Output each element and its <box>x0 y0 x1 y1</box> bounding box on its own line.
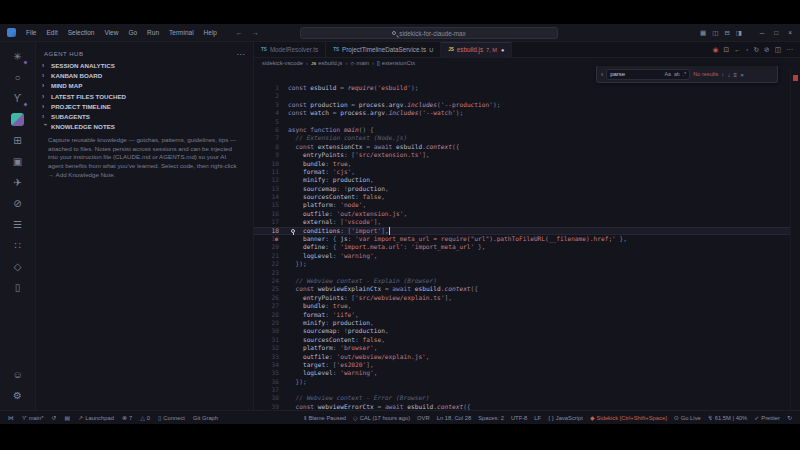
code-line[interactable]: 19 banner: { js: 'var import_meta_url = … <box>254 235 790 243</box>
code-line[interactable]: 5 <box>254 118 790 126</box>
status-git-branch[interactable]: ϒmain* <box>22 415 43 421</box>
code-line[interactable]: 28 format: 'iife', <box>254 311 790 319</box>
menu-help[interactable]: Help <box>199 29 222 36</box>
breadcrumb-item-sidekick-vscode[interactable]: sidekick-vscode <box>262 60 303 66</box>
code-line[interactable]: 11 format: 'cjs', <box>254 168 790 176</box>
whole-word-toggle[interactable]: ab <box>674 71 680 77</box>
code-line[interactable]: 36 }); <box>254 378 790 386</box>
line-number[interactable]: 31 <box>254 336 288 344</box>
code-line[interactable]: 13 sourcemap: !production, <box>254 185 790 193</box>
line-number[interactable]: 32 <box>254 344 288 352</box>
back-icon[interactable]: ← <box>734 46 741 53</box>
status-prettier[interactable]: ✓Prettier <box>754 414 780 421</box>
line-number[interactable]: 9 <box>254 151 288 159</box>
close-button[interactable]: × <box>788 29 792 36</box>
code-line[interactable]: 3const production = process.argv.include… <box>254 101 790 109</box>
line-number[interactable]: 14 <box>254 193 288 201</box>
code-line[interactable]: 4const watch = process.argv.includes('--… <box>254 109 790 117</box>
line-number[interactable]: 18 <box>254 227 288 235</box>
source-control-icon[interactable]: ϒ <box>5 88 31 109</box>
account-icon[interactable]: ☺ <box>5 364 31 385</box>
menu-view[interactable]: View <box>99 29 123 36</box>
status-overtype[interactable]: OVR <box>417 415 430 421</box>
minimize-button[interactable]: ─ <box>760 29 765 36</box>
search-icon[interactable]: ○ <box>5 67 31 88</box>
sidebar-item-latest-files-touched[interactable]: ›LATEST FILES TOUCHED <box>36 91 253 101</box>
code-line[interactable]: 26 entryPoints: ['src/webview/explain.ts… <box>254 294 790 302</box>
stack-icon[interactable]: ☰ <box>5 214 31 235</box>
status-encoding[interactable]: UTF-8 <box>511 415 527 421</box>
status-problems-errors[interactable]: ⊗7 <box>122 414 132 421</box>
menu-edit[interactable]: Edit <box>41 29 62 36</box>
find-in-selection-icon[interactable]: ≡ <box>734 71 738 78</box>
line-number[interactable]: 34 <box>254 361 288 369</box>
status-eol[interactable]: LF <box>534 415 541 421</box>
agent-hub-icon[interactable] <box>5 109 31 130</box>
find-input[interactable]: parse Aa ab .* <box>606 69 690 80</box>
line-number[interactable]: 17 <box>254 218 288 226</box>
line-number[interactable]: 12 <box>254 176 288 184</box>
code-line[interactable]: 2 <box>254 92 790 100</box>
line-number[interactable]: 3 <box>254 101 288 109</box>
status-connect[interactable]: ▯Connect <box>158 414 185 421</box>
code-line[interactable]: 7 // Extension context (Node.js) <box>254 134 790 142</box>
status-notifications[interactable]: ↻ <box>787 414 792 421</box>
claude-icon[interactable]: ✳ <box>5 46 31 67</box>
status-sidekick[interactable]: ◆Sidekick [Ctrl+Shift+Space] <box>590 414 667 421</box>
refresh-icon[interactable]: ↻ <box>753 46 759 54</box>
record-icon[interactable]: ◦ <box>746 46 748 53</box>
line-number[interactable]: 22 <box>254 260 288 268</box>
line-number[interactable]: 11 <box>254 168 288 176</box>
line-number[interactable]: 15 <box>254 201 288 209</box>
more-actions-icon[interactable]: ⋯ <box>786 46 793 54</box>
line-number[interactable]: 5 <box>254 118 288 126</box>
code-line[interactable]: 22 }); <box>254 260 790 268</box>
forward-arrow-icon[interactable]: → <box>252 29 259 36</box>
next-match-icon[interactable]: ↓ <box>727 71 730 78</box>
shield-icon[interactable]: ◇ <box>5 256 31 277</box>
status-problems-warnings[interactable]: △0 <box>140 414 150 421</box>
command-center-search[interactable]: sidekick-for-claude-max <box>300 27 558 39</box>
code-line[interactable]: 18 conditions: ['import'], <box>254 227 790 235</box>
line-number[interactable]: 27 <box>254 302 288 310</box>
code-line[interactable]: 31 sourcesContent: false, <box>254 336 790 344</box>
close-icon[interactable]: × <box>740 71 744 78</box>
code-line[interactable]: 21 logLevel: 'warning', <box>254 252 790 260</box>
code-line[interactable]: 39 const webviewErrorCtx = await esbuild… <box>254 403 790 410</box>
toggle-panel-icon[interactable]: ⊟ <box>724 29 729 37</box>
sidebar-item-kanban-board[interactable]: ›KANBAN BOARD <box>36 70 253 80</box>
slash-circle-icon[interactable]: ⊘ <box>5 193 31 214</box>
code-line[interactable]: 25 const webviewExplainCtx = await esbui… <box>254 285 790 293</box>
tab-projecttimelinedataservice.ts[interactable]: TSProjectTimelineDataService.tsU <box>326 42 441 57</box>
line-number[interactable]: 28 <box>254 311 288 319</box>
status-launchpad[interactable]: ↗Launchpad <box>78 414 114 421</box>
line-number[interactable]: 19 <box>254 235 288 243</box>
status-indentation[interactable]: Spaces: 2 <box>478 415 504 421</box>
line-number[interactable]: 21 <box>254 252 288 260</box>
split-editor-icon[interactable]: ◫ <box>775 46 781 54</box>
code-line[interactable]: 16 outfile: 'out/extension.js', <box>254 210 790 218</box>
back-arrow-icon[interactable]: ← <box>236 29 243 36</box>
line-number[interactable]: 33 <box>254 353 288 361</box>
line-number[interactable]: 25 <box>254 285 288 293</box>
maximize-button[interactable]: □ <box>774 29 778 36</box>
line-number[interactable]: 4 <box>254 109 288 117</box>
line-number[interactable]: 24 <box>254 277 288 285</box>
code-line[interactable]: 34 target: ['es2020'], <box>254 361 790 369</box>
toggle-secondary-sidebar-icon[interactable]: ◨ <box>736 29 742 37</box>
line-number[interactable]: 35 <box>254 369 288 377</box>
code-line[interactable]: 23 <box>254 269 790 277</box>
status-commit-info[interactable]: ◇CAL (17 hours ago) <box>353 414 410 421</box>
line-number[interactable]: 7 <box>254 134 288 142</box>
line-number[interactable]: 29 <box>254 319 288 327</box>
code-line[interactable]: 14 sourcesContent: false, <box>254 193 790 201</box>
container-icon[interactable]: ▯ <box>5 277 31 298</box>
grid-icon[interactable]: ⊞ <box>5 130 31 151</box>
regex-toggle[interactable]: .* <box>683 71 686 77</box>
line-number[interactable]: 6 <box>254 126 288 134</box>
previous-match-icon[interactable]: ↑ <box>721 71 724 78</box>
overview-ruler[interactable] <box>790 68 800 410</box>
find-query[interactable]: parse <box>610 71 661 77</box>
status-go-live[interactable]: ⊙Go Live <box>674 414 701 421</box>
line-number[interactable]: 39 <box>254 403 288 410</box>
